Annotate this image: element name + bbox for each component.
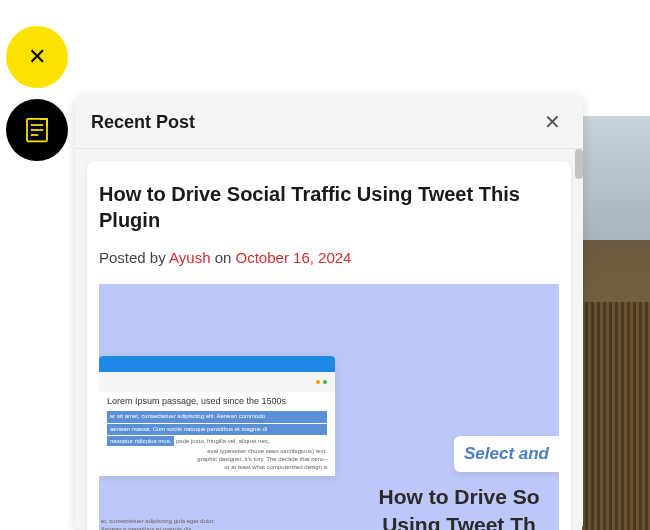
browser-content: Lorem Ipsum passage, used since the 1500… <box>99 392 335 476</box>
post-meta: Posted by Ayush on October 16, 2024 <box>99 249 559 266</box>
overlay-title: How to Drive So Using Tweet Th <box>359 483 559 530</box>
panel-header: Recent Post ✕ <box>75 96 583 149</box>
overlay-title-line: How to Drive So <box>359 483 559 510</box>
browser-tab-bar <box>99 356 335 372</box>
post-title: How to Drive Social Traffic Using Tweet … <box>99 181 559 233</box>
select-button-label: Select and <box>464 444 549 463</box>
background-image <box>582 116 650 530</box>
highlighted-line: nascetur ridiculus mus. <box>107 436 174 446</box>
browser-toolbar <box>99 372 335 392</box>
highlighted-line: er sit amet, consectetuer adipiscing eli… <box>107 411 327 423</box>
toolbar-dot-icon <box>316 380 320 384</box>
panel-title: Recent Post <box>91 112 195 133</box>
recent-post-panel: Recent Post ✕ How to Drive Social Traffi… <box>75 96 583 530</box>
document-button[interactable] <box>6 99 68 161</box>
post-card[interactable]: How to Drive Social Traffic Using Tweet … <box>87 161 571 530</box>
post-date[interactable]: October 16, 2024 <box>236 249 352 266</box>
highlighted-line: aenean massa. Cum sociis natoque penatib… <box>107 424 327 436</box>
toolbar-dot-icon <box>323 380 327 384</box>
close-button[interactable]: ✕ <box>6 26 68 88</box>
post-author[interactable]: Ayush <box>169 249 210 266</box>
scrollbar-thumb[interactable] <box>575 149 583 179</box>
close-icon: ✕ <box>28 44 46 70</box>
browser-mockup: Lorem Ipsum passage, used since the 1500… <box>99 356 335 476</box>
close-icon: ✕ <box>544 111 561 133</box>
overlay-title-line: Using Tweet Th <box>359 511 559 530</box>
mockup-heading: Lorem Ipsum passage, used since the 1500… <box>107 396 327 407</box>
scrollbar[interactable] <box>575 149 583 530</box>
meta-prefix: Posted by <box>99 249 169 266</box>
panel-body: How to Drive Social Traffic Using Tweet … <box>75 149 583 530</box>
body-text: pede justo, fringilla vel, aliquet nec, <box>174 438 269 444</box>
meta-middle: on <box>210 249 235 266</box>
body-text: eval typesetter chose seen sacrilegious)… <box>107 448 327 471</box>
mockup-bottom-text: et, consectetuer adipiscing gula eget do… <box>101 518 221 530</box>
select-and-button: Select and <box>454 436 559 472</box>
post-featured-image: Lorem Ipsum passage, used since the 1500… <box>99 284 559 530</box>
document-icon <box>22 115 52 145</box>
panel-close-button[interactable]: ✕ <box>538 108 567 136</box>
